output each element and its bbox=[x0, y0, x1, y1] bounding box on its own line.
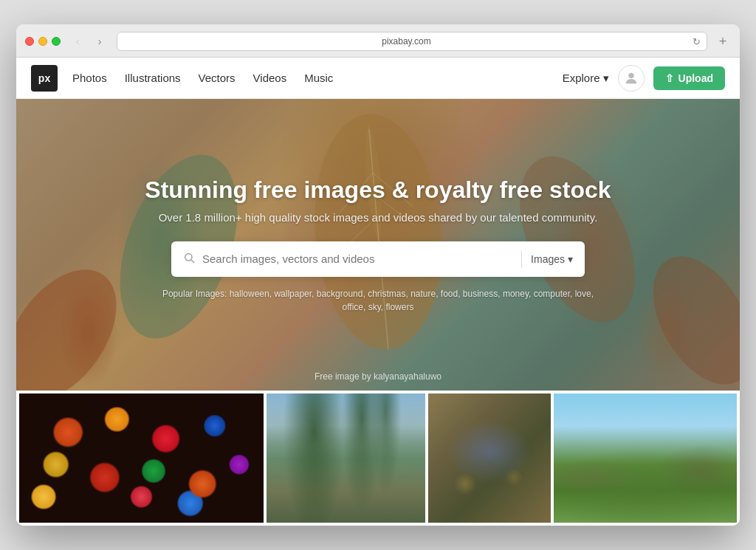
browser-window: ‹ › pixabay.com ↻ + px Photos Illustrati… bbox=[16, 24, 740, 526]
window-controls bbox=[25, 37, 61, 46]
nav-links: Photos Illustrations Vectors Videos Musi… bbox=[72, 72, 563, 84]
upload-icon: ⇧ bbox=[665, 72, 674, 84]
upload-button[interactable]: ⇧ Upload bbox=[653, 66, 725, 90]
upload-label: Upload bbox=[678, 72, 713, 84]
maximize-button[interactable] bbox=[52, 37, 61, 46]
grid-image-butterfly[interactable] bbox=[428, 393, 551, 523]
grid-image-woman[interactable] bbox=[267, 393, 425, 523]
image-grid bbox=[16, 391, 740, 526]
search-divider bbox=[521, 250, 522, 268]
hero-title: Stunning free images & royalty free stoc… bbox=[46, 176, 710, 204]
explore-chevron-icon: ▾ bbox=[603, 72, 609, 85]
new-tab-button[interactable]: + bbox=[715, 33, 731, 49]
search-input[interactable] bbox=[202, 252, 512, 265]
explore-button[interactable]: Explore ▾ bbox=[563, 72, 609, 85]
user-avatar[interactable] bbox=[618, 65, 645, 92]
browser-chrome: ‹ › pixabay.com ↻ + bbox=[16, 24, 740, 58]
nav-illustrations[interactable]: Illustrations bbox=[125, 72, 181, 84]
back-button[interactable]: ‹ bbox=[68, 34, 87, 49]
search-type-label: Images bbox=[531, 253, 565, 265]
site-navbar: px Photos Illustrations Vectors Videos M… bbox=[16, 58, 740, 99]
search-type-dropdown[interactable]: Images ▾ bbox=[531, 253, 573, 265]
hero-content: Stunning free images & royalty free stoc… bbox=[16, 176, 740, 314]
explore-label: Explore bbox=[563, 72, 600, 84]
search-icon bbox=[183, 252, 195, 267]
reload-icon[interactable]: ↻ bbox=[693, 36, 701, 47]
nav-photos[interactable]: Photos bbox=[72, 72, 107, 84]
grid-image-village[interactable] bbox=[554, 393, 737, 523]
popular-prefix: Popular Images: bbox=[162, 289, 227, 299]
search-type-chevron-icon: ▾ bbox=[568, 253, 573, 265]
browser-titlebar: ‹ › pixabay.com ↻ + bbox=[25, 32, 731, 51]
hero-subtitle: Over 1.8 million+ high quality stock ima… bbox=[46, 211, 710, 224]
grid-image-umbrellas[interactable] bbox=[19, 393, 264, 523]
svg-point-0 bbox=[628, 72, 633, 78]
svg-line-12 bbox=[191, 260, 194, 263]
popular-tags-list: halloween, wallpaper, background, christ… bbox=[230, 289, 594, 312]
address-bar[interactable]: pixabay.com ↻ bbox=[117, 32, 707, 51]
close-button[interactable] bbox=[25, 37, 34, 46]
browser-nav: ‹ › bbox=[68, 34, 109, 49]
search-bar[interactable]: Images ▾ bbox=[171, 241, 585, 277]
nav-music[interactable]: Music bbox=[304, 72, 333, 84]
nav-right: Explore ▾ ⇧ Upload bbox=[563, 65, 725, 92]
forward-button[interactable]: › bbox=[90, 34, 109, 49]
nav-vectors[interactable]: Vectors bbox=[199, 72, 236, 84]
hero-attribution: Free image by kalyanayahaluwo bbox=[315, 371, 441, 382]
nav-videos[interactable]: Videos bbox=[253, 72, 287, 84]
minimize-button[interactable] bbox=[38, 37, 47, 46]
site-logo[interactable]: px bbox=[31, 65, 58, 92]
address-text: pixabay.com bbox=[123, 36, 690, 47]
hero-section: Stunning free images & royalty free stoc… bbox=[16, 99, 740, 391]
popular-tags: Popular Images: halloween, wallpaper, ba… bbox=[157, 287, 599, 314]
